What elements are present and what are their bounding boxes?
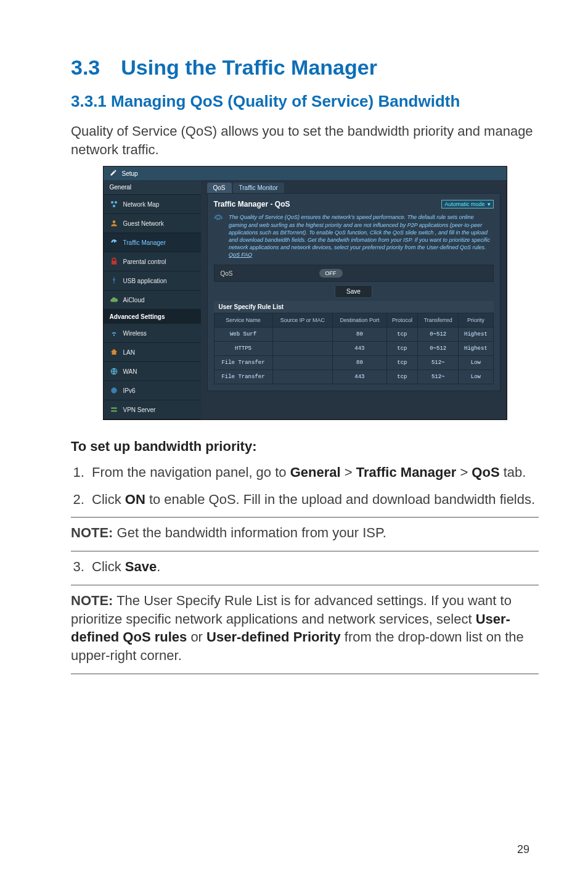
steps-list-cont: Click Save. xyxy=(88,558,539,576)
sidebar-item-label: Parental control xyxy=(123,258,166,265)
table-row: HTTPS443tcp0~512Highest xyxy=(214,342,493,356)
subsection-title: 3.3.1 Managing QoS (Quality of Service) … xyxy=(71,92,539,111)
sidebar-item-network-map[interactable]: Network Map xyxy=(104,195,201,214)
table-row: File Transfer443tcp512~Low xyxy=(214,370,493,384)
sidebar: General Network Map Guest Network Traffi… xyxy=(104,180,201,419)
steps-list: From the navigation panel, go to General… xyxy=(88,463,539,508)
note-1: NOTE: Get the bandwidth information from… xyxy=(71,524,539,542)
divider xyxy=(71,551,539,551)
col-service-name: Service Name xyxy=(214,313,272,328)
divider xyxy=(71,517,539,518)
sidebar-item-label: AiCloud xyxy=(123,297,145,303)
qos-toggle-row: QoS OFF xyxy=(214,265,494,282)
sidebar-advanced-label: Advanced Settings xyxy=(104,310,201,324)
sidebar-item-wan[interactable]: WAN xyxy=(104,362,201,381)
sidebar-item-label: USB application xyxy=(123,278,167,284)
qos-label: QoS xyxy=(221,270,233,277)
sidebar-item-label: VPN Server xyxy=(123,406,156,413)
sidebar-item-label: Wireless xyxy=(123,330,147,337)
router-screenshot: Setup General Network Map Guest Network … xyxy=(103,166,507,420)
steps-heading: To set up bandwidth priority: xyxy=(71,437,539,456)
pencil-icon xyxy=(110,169,117,178)
mode-dropdown[interactable]: Automatic mode ▾ xyxy=(441,200,493,208)
ipv6-icon xyxy=(110,386,118,395)
col-transferred: Transferred xyxy=(418,313,459,328)
col-protocol: Protocol xyxy=(386,313,417,328)
svg-line-5 xyxy=(219,216,219,217)
tab-qos[interactable]: QoS xyxy=(207,183,232,193)
intro-text: Quality of Service (QoS) allows you to s… xyxy=(71,122,539,159)
home-icon xyxy=(110,348,118,357)
svg-text:QoS: QoS xyxy=(216,218,220,221)
setup-label: Setup xyxy=(122,170,138,177)
cloud-icon xyxy=(110,295,118,304)
divider xyxy=(71,585,539,585)
divider xyxy=(71,674,539,674)
setup-banner: Setup xyxy=(104,167,507,180)
sidebar-item-ipv6[interactable]: IPv6 xyxy=(104,381,201,400)
sidebar-item-traffic-manager[interactable]: Traffic Manager xyxy=(104,233,201,252)
users-icon xyxy=(110,219,118,228)
table-row: File Transfer80tcp512~Low xyxy=(214,356,493,370)
step-1: From the navigation panel, go to General… xyxy=(88,463,539,482)
chevron-down-icon: ▾ xyxy=(488,201,491,207)
save-button[interactable]: Save xyxy=(335,285,372,298)
section-title: 3.3 Using the Traffic Manager xyxy=(71,56,539,80)
sidebar-item-usb-application[interactable]: USB application xyxy=(104,271,201,291)
sitemap-icon xyxy=(110,200,118,208)
sidebar-item-label: Network Map xyxy=(123,201,160,208)
qos-gauge-icon: QoS xyxy=(214,213,223,250)
col-dest-port: Destination Port xyxy=(333,313,387,328)
svg-line-4 xyxy=(217,216,218,217)
rule-table: Service Name Source IP or MAC Destinatio… xyxy=(214,313,494,384)
step-3: Click Save. xyxy=(88,558,539,576)
mode-dropdown-label: Automatic mode xyxy=(444,201,484,207)
sidebar-item-parental-control[interactable]: Parental control xyxy=(104,252,201,271)
rule-list-header: User Specify Rule List xyxy=(214,301,494,313)
sidebar-item-label: IPv6 xyxy=(123,387,136,394)
col-source-ip: Source IP or MAC xyxy=(272,313,333,328)
step-2: Click ON to enable QoS. Fill in the uplo… xyxy=(88,490,539,509)
gauge-icon xyxy=(110,238,118,247)
wifi-icon xyxy=(110,329,118,337)
table-row: Web Surf80tcp0~512Highest xyxy=(214,328,493,342)
sidebar-item-aicloud[interactable]: AiCloud xyxy=(104,291,201,310)
tab-traffic-monitor[interactable]: Traffic Monitor xyxy=(233,183,284,193)
globe-icon xyxy=(110,367,118,376)
sidebar-item-label: WAN xyxy=(123,368,137,375)
sidebar-general-label: General xyxy=(104,180,201,195)
usb-icon xyxy=(110,276,118,285)
sidebar-item-guest-network[interactable]: Guest Network xyxy=(104,214,201,233)
sidebar-item-label: Guest Network xyxy=(123,220,164,227)
qos-description: The Quality of Service (QoS) ensures the… xyxy=(229,213,494,258)
sidebar-item-lan[interactable]: LAN xyxy=(104,343,201,362)
sidebar-item-wireless[interactable]: Wireless xyxy=(104,324,201,343)
col-priority: Priority xyxy=(459,313,493,328)
svg-line-3 xyxy=(216,217,216,218)
panel-title: Traffic Manager - QoS xyxy=(214,200,290,208)
svg-line-6 xyxy=(219,217,220,218)
svg-point-1 xyxy=(111,388,116,394)
qos-faq-link[interactable]: QoS FAQ xyxy=(229,252,252,258)
page-number: 29 xyxy=(517,843,529,856)
note-2: NOTE: The User Specify Rule List is for … xyxy=(71,592,539,665)
sidebar-item-label: Traffic Manager xyxy=(123,239,166,246)
sidebar-item-vpn-server[interactable]: VPN Server xyxy=(104,400,201,419)
qos-toggle[interactable]: OFF xyxy=(319,269,343,278)
sidebar-item-label: LAN xyxy=(123,349,135,356)
lock-icon xyxy=(110,257,118,266)
main-panel: QoS Traffic Monitor Traffic Manager - Qo… xyxy=(201,180,507,419)
vpn-icon xyxy=(110,405,118,414)
